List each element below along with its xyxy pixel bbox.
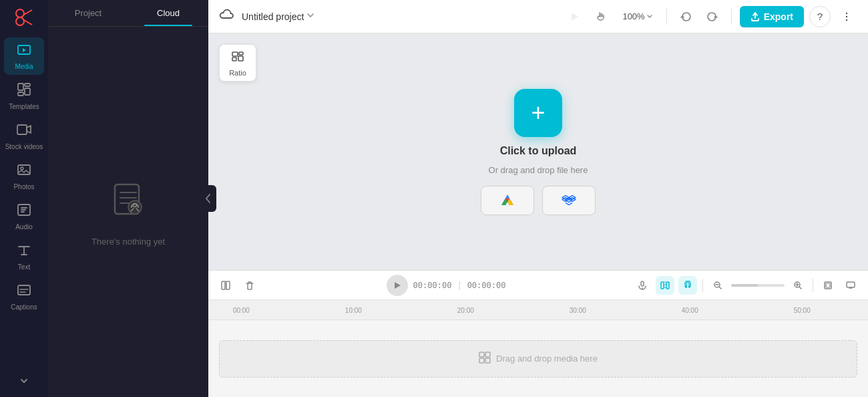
sidebar-item-captions[interactable]: Captions [4, 278, 44, 315]
ruler-mark-1: 10:00 [345, 307, 362, 314]
zoom-minus-button[interactable] [708, 276, 727, 295]
drop-media-text: Drag and drop media here [496, 354, 598, 364]
sidebar-item-label-media: Media [15, 63, 33, 70]
sidebar-item-stock-videos[interactable]: Stock videos [4, 118, 44, 155]
sidebar-item-label-photos: Photos [13, 183, 34, 190]
cloud-provider-buttons [481, 186, 596, 215]
sidebar-item-media[interactable]: Media [4, 37, 44, 75]
drop-media-area[interactable]: Drag and drop media here [219, 340, 857, 378]
sidebar-item-text[interactable]: Text [4, 238, 44, 275]
text-icon [17, 243, 31, 261]
timeline: 00:00:00 | 00:00:00 [208, 270, 868, 397]
topbar-controls: 100% Export ? [564, 6, 857, 27]
svg-point-1 [16, 17, 24, 25]
panel-content: There's nothing yet [48, 27, 208, 397]
mic-button[interactable] [633, 276, 652, 295]
panel-tabs: Project Cloud [48, 0, 208, 27]
svg-rect-21 [232, 57, 236, 61]
timeline-right-controls [633, 276, 860, 295]
google-drive-button[interactable] [481, 186, 534, 215]
tab-project[interactable]: Project [48, 0, 128, 26]
upload-plus-button[interactable]: + [514, 89, 562, 137]
svg-rect-6 [25, 84, 30, 86]
svg-rect-34 [826, 283, 830, 287]
panel: Project Cloud There's nothing yet [48, 0, 208, 397]
sidebar: Media Templates Stock videos [0, 0, 48, 397]
svg-rect-26 [641, 281, 644, 286]
panel-collapse-handle[interactable] [200, 185, 216, 212]
topbar-divider-2 [731, 9, 732, 25]
svg-rect-25 [226, 281, 230, 289]
monitor-button[interactable] [841, 276, 860, 295]
svg-point-19 [846, 19, 847, 20]
app-logo[interactable] [12, 5, 36, 29]
svg-rect-5 [18, 84, 23, 90]
svg-point-18 [846, 15, 847, 17]
sidebar-item-label-captions: Captions [11, 303, 37, 311]
sidebar-bottom [4, 370, 44, 392]
sidebar-item-audio[interactable]: Audio [4, 198, 44, 235]
svg-point-17 [846, 12, 847, 13]
empty-state-icon [107, 178, 150, 229]
fit-button[interactable] [819, 276, 837, 295]
captions-icon [17, 283, 31, 301]
hand-tool-button[interactable] [590, 6, 612, 27]
upload-title[interactable]: Click to upload [500, 145, 577, 157]
ratio-icon [231, 49, 244, 66]
undo-button[interactable] [675, 6, 696, 27]
dropbox-button[interactable] [542, 186, 596, 215]
sidebar-item-label-templates: Templates [9, 103, 39, 110]
svg-rect-39 [485, 358, 490, 363]
sidebar-item-templates[interactable]: Templates [4, 78, 44, 115]
drop-media-icon [479, 352, 491, 366]
timeline-controls: 00:00:00 | 00:00:00 [208, 271, 868, 300]
upload-area: + Click to upload Or drag and drop file … [481, 89, 596, 215]
split-tool-button[interactable] [656, 276, 674, 295]
ruler-mark-3: 30:00 [570, 307, 586, 314]
timeline-current-time: 00:00:00 [413, 281, 452, 290]
svg-rect-38 [479, 358, 484, 363]
timeline-split-button[interactable] [216, 276, 235, 295]
zoom-slider[interactable] [731, 284, 785, 287]
sidebar-item-label-stock: Stock videos [5, 143, 43, 150]
timeline-ruler: 00:00 10:00 20:00 30:00 40:00 50:00 [208, 300, 868, 320]
menu-button[interactable] [836, 6, 857, 27]
main-area: Untitled project 100% [208, 0, 868, 397]
sidebar-collapse-btn[interactable] [4, 370, 44, 392]
audio-icon [17, 203, 31, 221]
svg-point-11 [21, 167, 23, 170]
svg-rect-29 [685, 286, 687, 288]
svg-rect-37 [485, 352, 490, 357]
play-button[interactable] [564, 6, 585, 27]
timeline-play-button[interactable] [387, 275, 408, 296]
ratio-button[interactable]: Ratio [219, 44, 256, 82]
svg-rect-9 [17, 125, 27, 134]
media-icon [17, 42, 31, 60]
redo-button[interactable] [702, 6, 723, 27]
templates-icon [17, 82, 31, 100]
svg-rect-30 [688, 286, 690, 288]
ruler-mark-2: 20:00 [457, 307, 474, 314]
ruler-marks: 00:00 10:00 20:00 30:00 40:00 50:00 [208, 300, 868, 317]
photos-icon [17, 162, 31, 180]
zoom-control[interactable]: 100% [617, 9, 658, 24]
svg-point-0 [16, 9, 24, 17]
help-button[interactable]: ? [809, 6, 831, 27]
project-name[interactable]: Untitled project [242, 11, 314, 22]
export-button[interactable]: Export [740, 6, 804, 27]
upload-subtitle: Or drag and drop file here [489, 165, 588, 175]
tab-cloud[interactable]: Cloud [128, 0, 208, 26]
topbar: Untitled project 100% [208, 0, 868, 33]
panel-wrapper: Project Cloud There's nothing yet [48, 0, 208, 397]
zoom-plus-button[interactable] [789, 276, 807, 295]
magnet-button[interactable] [678, 276, 697, 295]
canvas-area: Ratio + Click to upload Or drag and drop… [208, 33, 868, 270]
ratio-label: Ratio [229, 69, 246, 77]
timeline-total-time: 00:00:00 [467, 281, 506, 290]
sidebar-item-photos[interactable]: Photos [4, 158, 44, 195]
timeline-delete-button[interactable] [240, 276, 259, 295]
panel-empty-text: There's nothing yet [91, 237, 165, 247]
svg-rect-7 [25, 88, 30, 95]
ruler-mark-5: 50:00 [794, 307, 811, 314]
svg-rect-28 [666, 282, 669, 289]
